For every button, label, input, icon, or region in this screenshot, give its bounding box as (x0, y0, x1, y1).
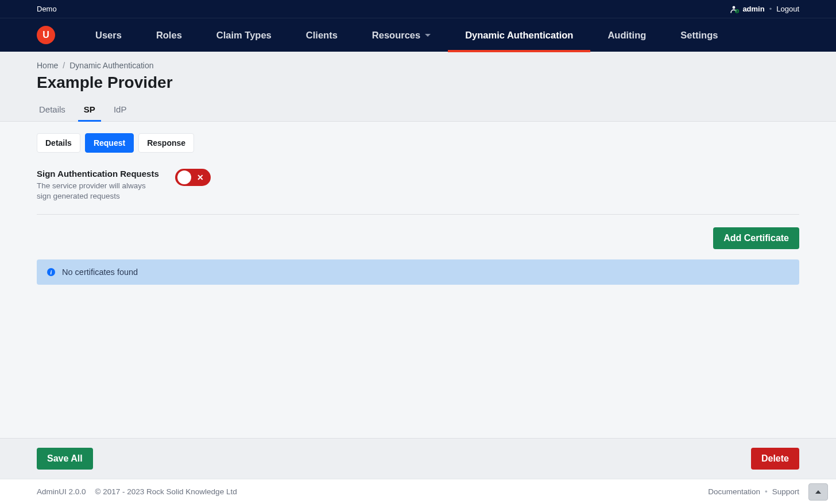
breadcrumb-current: Dynamic Authentication (69, 61, 153, 70)
nav-clients[interactable]: Clients (289, 18, 355, 52)
close-icon: ✕ (197, 173, 204, 182)
tenant-label: Demo (37, 5, 57, 13)
footer-support-link[interactable]: Support (772, 487, 799, 496)
nav-roles[interactable]: Roles (139, 18, 199, 52)
sign-auth-requests-row: Sign Authentication Requests The service… (37, 169, 799, 215)
separator-dot-icon: • (765, 487, 768, 496)
breadcrumb-home[interactable]: Home (37, 61, 58, 70)
info-icon: i (47, 268, 55, 276)
nav-resources-label: Resources (372, 30, 420, 41)
nav-settings[interactable]: Settings (663, 18, 735, 52)
tab-idp[interactable]: IdP (111, 100, 129, 121)
chevron-up-icon (815, 490, 821, 494)
topbar: Demo admin • Logout (0, 0, 836, 18)
footer-copyright: © 2017 - 2023 Rock Solid Knowledge Ltd (95, 487, 237, 496)
breadcrumb: Home / Dynamic Authentication (37, 61, 799, 70)
page-title: Example Provider (37, 73, 799, 92)
pill-response[interactable]: Response (138, 133, 194, 153)
scroll-to-top-button[interactable] (808, 483, 828, 501)
footer-product: AdminUI 2.0.0 (37, 487, 86, 496)
sign-auth-toggle[interactable]: ✕ (175, 169, 211, 186)
sp-subtabs: Details Request Response (37, 133, 194, 153)
delete-button[interactable]: Delete (751, 448, 799, 470)
user-menu[interactable]: admin (730, 5, 764, 13)
user-gear-icon (730, 5, 739, 13)
svg-point-0 (733, 6, 736, 9)
subheader: Home / Dynamic Authentication Example Pr… (0, 52, 836, 122)
sign-auth-title: Sign Authentication Requests (37, 169, 159, 179)
footer: AdminUI 2.0.0 © 2017 - 2023 Rock Solid K… (0, 479, 836, 504)
nav-dynamic-auth[interactable]: Dynamic Authentication (448, 18, 590, 52)
nav-users[interactable]: Users (78, 18, 139, 52)
footer-documentation-link[interactable]: Documentation (708, 487, 760, 496)
pill-request[interactable]: Request (85, 133, 134, 153)
username: admin (742, 5, 764, 13)
save-all-button[interactable]: Save All (37, 448, 93, 470)
nav-resources[interactable]: Resources (355, 18, 448, 52)
sign-auth-desc: The service provider will always sign ge… (37, 181, 152, 201)
no-certificates-alert: i No certificates found (37, 259, 799, 285)
svg-point-2 (737, 10, 738, 11)
breadcrumb-separator-icon: / (63, 61, 65, 70)
no-certificates-text: No certificates found (62, 267, 138, 277)
main-nav: U Users Roles Claim Types Clients Resour… (0, 18, 836, 52)
nav-claim-types[interactable]: Claim Types (199, 18, 289, 52)
chevron-down-icon (425, 34, 431, 37)
page-tabs: Details SP IdP (37, 100, 799, 121)
content: Details Request Response Sign Authentica… (0, 122, 836, 438)
action-bar: Save All Delete (0, 438, 836, 479)
pill-details[interactable]: Details (37, 133, 80, 153)
add-certificate-button[interactable]: Add Certificate (713, 227, 799, 249)
toggle-knob (177, 170, 191, 184)
tab-sp[interactable]: SP (82, 100, 98, 121)
tab-details[interactable]: Details (37, 100, 68, 121)
logout-link[interactable]: Logout (776, 5, 799, 13)
nav-auditing[interactable]: Auditing (590, 18, 663, 52)
separator-dot-icon: • (769, 5, 772, 13)
brand-logo-icon[interactable]: U (37, 26, 55, 44)
